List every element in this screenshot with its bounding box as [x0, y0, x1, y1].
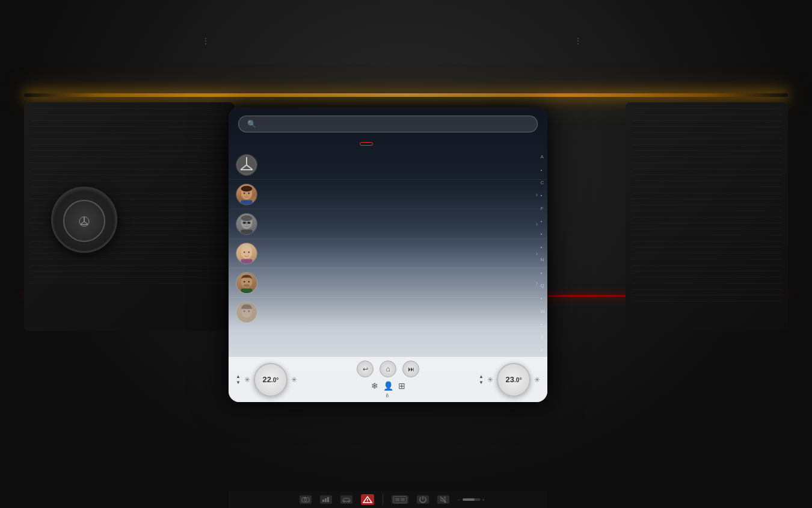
- car-icon: [342, 497, 351, 503]
- right-fan-icon-left[interactable]: ✳: [487, 376, 493, 384]
- rear-defrost-icon[interactable]: ⊞: [398, 381, 405, 391]
- mercedes-logo-icon: [236, 155, 257, 175]
- svg-rect-32: [322, 500, 324, 502]
- nav-row-top: ↩ ⌂ ⏭: [357, 361, 419, 377]
- left-fan-icon[interactable]: ✳: [244, 376, 250, 384]
- home-button[interactable]: ⌂: [380, 361, 396, 377]
- alpha-dot6: •: [540, 270, 545, 276]
- face-bernhard-svg: [236, 184, 257, 205]
- menu-dots-left[interactable]: ⋮: [201, 36, 211, 46]
- hw-btn-camera[interactable]: [300, 495, 312, 504]
- svg-point-3: [241, 186, 253, 191]
- alpha-dot2: •: [540, 193, 545, 198]
- svg-rect-34: [327, 497, 329, 502]
- svg-rect-16: [241, 229, 253, 234]
- svg-point-23: [248, 281, 250, 283]
- right-temp-down[interactable]: ▼: [479, 380, 484, 385]
- hw-btn-chart[interactable]: [320, 495, 332, 504]
- climate-bar: ▲ ▼ ✳ 22.0° ✳ ↩ ⌂ ⏭ ❄ �: [229, 356, 547, 402]
- left-fan-icon-right[interactable]: ✳: [291, 376, 297, 384]
- alpha-c[interactable]: C: [540, 180, 545, 185]
- right-climate-control[interactable]: ▲ ▼ ✳ 23.0° ✳: [479, 363, 540, 397]
- left-climate-control[interactable]: ▲ ▼ ✳ 22.0° ✳: [236, 363, 297, 397]
- svg-rect-25: [241, 288, 253, 293]
- list-item-frank[interactable]: [229, 298, 547, 327]
- hazard-icon: [363, 496, 372, 503]
- menu-dots-right[interactable]: ⋮: [574, 36, 583, 46]
- svg-point-9: [241, 215, 253, 221]
- list-item-mercedes[interactable]: [229, 150, 547, 180]
- hw-btn-hazard[interactable]: [361, 494, 374, 505]
- skip-button[interactable]: ⏭: [402, 361, 419, 377]
- left-temp-up[interactable]: ▲: [236, 374, 241, 379]
- avatar-bernhard: [236, 184, 257, 205]
- tab-bar: [229, 140, 547, 150]
- alpha-n[interactable]: N: [540, 257, 545, 262]
- svg-point-30: [304, 499, 307, 501]
- list-item-berni[interactable]: ›: [229, 209, 547, 239]
- alpha-a[interactable]: A: [540, 154, 545, 160]
- face-christian-svg: [236, 272, 257, 294]
- tab-favourites[interactable]: [428, 142, 438, 146]
- search-bar[interactable]: 🔍: [238, 116, 538, 132]
- volume-plus[interactable]: +: [482, 497, 485, 503]
- right-fan-icon-right[interactable]: ✳: [534, 376, 540, 384]
- power-icon: [419, 495, 427, 504]
- engine-start-button[interactable]: [51, 187, 117, 253]
- flame-icon: 🕯: [384, 392, 390, 398]
- alpha-z[interactable]: Z: [540, 334, 545, 339]
- alpha-dot3: •: [540, 218, 545, 224]
- chevron-bernhard: ›: [536, 191, 538, 198]
- hw-btn-car[interactable]: [340, 495, 352, 504]
- right-temp-dial[interactable]: 23.0°: [497, 363, 531, 397]
- tab-missed-calls[interactable]: [407, 142, 416, 146]
- volume-minus[interactable]: −: [458, 497, 461, 503]
- center-controls: ↩ ⌂ ⏭ ❄ 👤 ⊞: [357, 361, 419, 398]
- mute-icon: [439, 495, 448, 504]
- hw-btn-power[interactable]: [417, 495, 429, 504]
- svg-point-19: [248, 252, 250, 253]
- svg-point-28: [248, 311, 250, 312]
- alpha-hash[interactable]: #: [540, 347, 545, 353]
- hw-btn-mute[interactable]: [437, 495, 449, 504]
- svg-rect-7: [241, 200, 253, 205]
- avatar-frank: [236, 302, 257, 323]
- volume-control[interactable]: − +: [458, 497, 485, 503]
- avatar-berni: [236, 213, 257, 235]
- alpha-dot4: •: [540, 231, 545, 237]
- svg-point-22: [244, 281, 245, 283]
- alpha-q[interactable]: Q: [540, 283, 545, 288]
- hw-btn-rect[interactable]: [392, 495, 408, 504]
- climate-icons: ❄ 👤 ⊞: [371, 381, 405, 391]
- person-icon[interactable]: 👤: [383, 381, 393, 391]
- face-berni-svg: [236, 213, 257, 235]
- alpha-dot5: •: [540, 244, 545, 250]
- svg-rect-31: [304, 497, 306, 498]
- alpha-index[interactable]: A • C • F • • • N • Q • W • Z #: [540, 150, 545, 356]
- svg-point-27: [244, 311, 245, 312]
- svg-rect-14: [247, 221, 251, 224]
- left-temp-down[interactable]: ▼: [236, 380, 241, 385]
- tab-call-list[interactable]: [385, 142, 395, 146]
- camera-icon: [301, 497, 310, 503]
- chevron-berni: ›: [536, 221, 538, 228]
- tab-suggestions[interactable]: [338, 142, 348, 146]
- svg-point-24: [243, 284, 250, 288]
- svg-point-5: [248, 193, 250, 194]
- tab-contacts[interactable]: [360, 142, 373, 146]
- list-item-catalina[interactable]: ›: [229, 239, 547, 268]
- alpha-w[interactable]: W: [540, 309, 545, 314]
- back-button[interactable]: ↩: [357, 361, 374, 377]
- left-dial-arrows[interactable]: ▲ ▼: [236, 374, 241, 385]
- left-temp-dial[interactable]: 22.0°: [254, 363, 288, 397]
- right-temp-up[interactable]: ▲: [479, 374, 484, 379]
- svg-rect-20: [241, 259, 253, 264]
- alpha-f[interactable]: F: [540, 206, 545, 211]
- face-catalina-svg: [236, 243, 257, 264]
- avatar-catalina: [236, 243, 257, 264]
- defrost-icon[interactable]: ❄: [371, 381, 378, 391]
- right-dial-arrows[interactable]: ▲ ▼: [479, 374, 484, 385]
- list-item-bernhard[interactable]: ›: [229, 180, 547, 209]
- svg-point-18: [244, 252, 245, 253]
- list-item-christian[interactable]: ›: [229, 268, 547, 298]
